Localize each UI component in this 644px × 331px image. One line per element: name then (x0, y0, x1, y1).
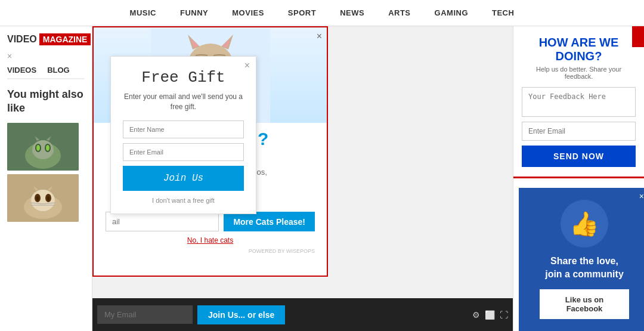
sub-nav-item-blog[interactable]: BLOG (47, 66, 70, 75)
my-email-input[interactable] (97, 305, 193, 324)
thumbs-up-icon: 👍 (569, 210, 599, 238)
nav-item-arts[interactable]: ARTS (388, 8, 410, 17)
svg-point-14 (36, 196, 39, 201)
social-text: Share the love, (528, 256, 640, 267)
nav-item-sport[interactable]: SPORT (288, 8, 316, 17)
right-panel: HOW ARE WE DOING? Help us do better. Sha… (513, 26, 644, 331)
feedback-textarea[interactable] (522, 87, 636, 117)
sub-nav-item-videos[interactable]: VIDEOS (7, 66, 36, 75)
cats-email-input[interactable] (106, 212, 219, 231)
social-popup: × 👍 Share the love, join a community Lik… (519, 188, 644, 331)
feedback-email-input[interactable] (522, 122, 636, 141)
love-cats-close-button[interactable]: × (317, 31, 322, 42)
nav-item-movies[interactable]: MOVIES (232, 8, 264, 17)
logo-magazine: MAGAZINE (39, 33, 91, 45)
thumbs-up-circle: 👍 (561, 200, 608, 248)
free-gift-close-button[interactable]: × (244, 60, 250, 71)
join-us-button[interactable]: Join Us... or else (197, 305, 285, 324)
free-gift-subtitle: Enter your email and we'll send you a fr… (123, 92, 244, 112)
cat-thumbnail-2[interactable] (7, 174, 79, 222)
main-layout: VIDEO MAGAZINE × VIDEOSBLOG You might al… (0, 26, 644, 331)
no-gift-link[interactable]: I don't want a free gift (123, 197, 244, 204)
feedback-subtitle: Help us do better. Share your feedback. (522, 66, 636, 80)
cat-thumbnail-1[interactable] (7, 123, 79, 171)
cats-submit-button[interactable]: More Cats Please! (224, 212, 315, 231)
svg-point-5 (36, 145, 40, 151)
gift-join-button[interactable]: Join Us (123, 166, 244, 191)
nav-item-funny[interactable]: FUNNY (180, 8, 208, 17)
sidebar-close-icon[interactable]: × (7, 51, 85, 61)
video-controls: ⚙ ⬜ ⛶ (472, 310, 508, 320)
free-gift-popup: × Free Gift Enter your email and we'll s… (110, 56, 256, 214)
center-content: × (92, 26, 513, 331)
logo-video: VIDEO (7, 34, 37, 45)
sub-navigation: VIDEOSBLOG (7, 66, 85, 79)
cats-form-row: More Cats Please! (106, 212, 315, 231)
send-now-button[interactable]: SEND NOW (522, 146, 636, 167)
social-sub: join a community (528, 269, 640, 280)
you-might-also-like: You might also like (7, 88, 85, 116)
free-gift-title: Free Gift (123, 69, 244, 87)
gift-name-input[interactable] (123, 120, 244, 138)
feedback-section: HOW ARE WE DOING? Help us do better. Sha… (513, 26, 644, 178)
site-logo: VIDEO MAGAZINE (7, 33, 85, 45)
svg-point-11 (31, 190, 55, 211)
red-corner-accent (632, 26, 644, 47)
social-close-button[interactable]: × (639, 191, 644, 201)
powered-by: POWERED BY WISEPOPS (106, 248, 315, 254)
svg-point-6 (46, 145, 49, 151)
svg-point-2 (32, 140, 54, 159)
settings-icon[interactable]: ⚙ (472, 310, 480, 320)
gift-email-input[interactable] (123, 143, 244, 161)
top-navigation: MUSICFUNNYMOVIESSPORTNEWSARTSGAMINGTECH (0, 0, 644, 26)
svg-point-15 (47, 196, 49, 201)
cats-reject-link[interactable]: No, I hate cats (106, 236, 315, 245)
facebook-button[interactable]: Like us on Facebook (540, 289, 629, 319)
nav-item-news[interactable]: NEWS (340, 8, 364, 17)
nav-item-music[interactable]: MUSIC (130, 8, 156, 17)
nav-item-gaming[interactable]: GAMING (435, 8, 468, 17)
feedback-title: HOW ARE WE DOING? (522, 36, 636, 63)
bottom-strip: Join Us... or else ⚙ ⬜ ⛶ (92, 298, 513, 331)
nav-item-tech[interactable]: TECH (492, 8, 514, 17)
fullscreen-icon[interactable]: ⬜ (485, 310, 495, 320)
left-sidebar: VIDEO MAGAZINE × VIDEOSBLOG You might al… (0, 26, 92, 331)
expand-icon[interactable]: ⛶ (500, 310, 508, 320)
